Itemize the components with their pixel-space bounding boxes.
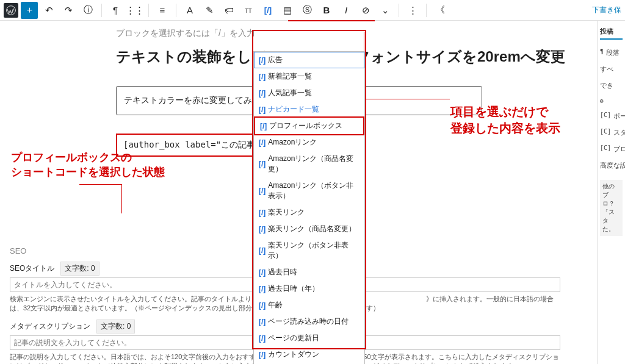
shortcode-option-label: 新着記事一覧 xyxy=(268,71,312,82)
shortcode-token-icon: [/] xyxy=(259,225,266,234)
sidebar-item[interactable]: ¶段落 xyxy=(600,45,623,61)
shortcode-option-label: Amazonリンク xyxy=(268,137,317,148)
shortcode-option-label: Amazonリンク（商品名変更） xyxy=(268,154,359,174)
shortcode-option[interactable]: [/]Amazonリンク xyxy=(254,134,364,151)
shortcode-option[interactable]: [/]新着記事一覧 xyxy=(254,68,364,85)
shortcode-token-icon: [/] xyxy=(259,89,266,98)
annotation-right-text: 項目を選ぶだけで登録した内容を表示 xyxy=(450,104,560,137)
link-button[interactable]: ⊘ xyxy=(357,2,374,19)
shortcode-option-label: 楽天リンク（商品名変更） xyxy=(268,224,356,234)
shortcode-option[interactable]: [/]楽天リンク xyxy=(254,204,364,221)
shortcode-token-icon: [/] xyxy=(259,138,266,147)
seo-title-charcount: 文字数: 0 xyxy=(60,262,99,276)
save-draft-link[interactable]: 下書き保 xyxy=(592,5,621,15)
shortcode-option-label: 人気記事一覧 xyxy=(268,88,312,98)
template-icon[interactable]: ▤ xyxy=(279,2,296,19)
seo-title-label: SEOタイトル xyxy=(10,263,54,274)
shortcode-option[interactable]: [/]過去日時（年） xyxy=(254,280,364,297)
shortcode-option-label: 年齢 xyxy=(268,300,283,310)
shortcode-option-label: プロフィールボックス xyxy=(269,121,342,131)
shortcode-option[interactable]: [/]楽天リンク（商品名変更） xyxy=(254,221,364,237)
shortcode-option[interactable]: [/]カウントダウン xyxy=(254,346,364,363)
shortcode-option-label: 過去日時 xyxy=(268,267,297,277)
shortcode-token-icon: [/] xyxy=(259,187,266,195)
paragraph-icon[interactable]: ¶ xyxy=(107,2,124,19)
annotation-left-connector-2 xyxy=(121,184,122,213)
sidebar-item[interactable]: [C]ボータ xyxy=(600,108,623,124)
shortcode-token-icon: [/] xyxy=(259,209,266,217)
collapse-icon[interactable]: 《 xyxy=(432,2,449,19)
sidebar-item[interactable]: [C]スタイ xyxy=(600,124,623,141)
highlight-icon[interactable]: ✎ xyxy=(201,2,218,19)
toolbar-separator xyxy=(426,4,427,17)
shortcode-option[interactable]: [/]ナビカード一覧 xyxy=(254,101,364,118)
wordpress-logo-icon[interactable] xyxy=(4,3,18,18)
toolbar-separator xyxy=(148,4,149,17)
shortcode-token-icon: [/] xyxy=(260,122,267,130)
align-center-icon[interactable]: ≡ xyxy=(154,2,171,19)
sidebar-item-icon: ¶ xyxy=(600,48,604,57)
text-color-icon[interactable]: A xyxy=(181,2,198,19)
shortcode-option[interactable]: [/]プロフィールボックス xyxy=(254,116,364,135)
block-placeholder-hint: ブロックを選択するには「/」を入力 xyxy=(116,28,586,39)
options-button[interactable]: ⋮ xyxy=(404,2,421,19)
shortcode-token-icon: [/] xyxy=(259,73,266,81)
sidebar-item-label: でき xyxy=(600,81,613,90)
shortcode-option[interactable]: [/]過去日時 xyxy=(254,264,364,280)
shortcode-option[interactable]: [/]ページの更新日 xyxy=(254,330,364,346)
shortcode-option-label: 楽天リンク（ボタン非表示） xyxy=(268,240,359,261)
sidebar-item-label: すべ xyxy=(600,65,613,74)
shortcode-option[interactable]: [/]楽天リンク（ボタン非表示） xyxy=(254,237,364,264)
details-button[interactable]: ⓘ xyxy=(79,2,96,19)
sidebar-item-label: ボータ xyxy=(613,112,625,121)
shortcode-option[interactable]: [/]年齢 xyxy=(254,297,364,313)
shortcode-token-icon: [/] xyxy=(259,351,266,359)
sidebar-item-icon: [C] xyxy=(600,128,611,137)
sidebar-item[interactable]: すべ xyxy=(600,61,623,77)
shortcode-option-label: 楽天リンク xyxy=(268,207,305,218)
annotation-right-connector-h xyxy=(364,99,450,99)
add-block-button[interactable]: ＋ xyxy=(21,2,38,19)
font-size-icon[interactable]: тт xyxy=(240,2,257,19)
shortcode-option-label: ページ読み込み時の日付 xyxy=(268,316,349,327)
shortcode-token-icon: [/] xyxy=(259,246,266,255)
shortcode-token-icon: [/] xyxy=(259,334,266,343)
sidebar-tab-post[interactable]: 投稿 xyxy=(600,24,623,40)
sidebar-item-label: ブロッ xyxy=(613,145,625,154)
shortcode-token-icon: [/] xyxy=(259,285,266,293)
shortcode-option[interactable]: [/]Amazonリンク（ボタン非表示） xyxy=(254,177,364,204)
shortcode-option[interactable]: [/]広告 xyxy=(254,52,364,68)
shortcode-token-icon: [/] xyxy=(259,268,266,277)
sidebar-item-icon: ⚙ xyxy=(600,98,604,104)
undo-button[interactable]: ↶ xyxy=(40,2,57,19)
shortcode-token-icon: [/] xyxy=(259,160,266,168)
shortcode-option-label: カウントダウン xyxy=(268,349,319,360)
toolbar-separator xyxy=(399,4,399,17)
shortcode-option[interactable]: [/]人気記事一覧 xyxy=(254,85,364,101)
align-dropdown-icon[interactable]: ⋮⋮ xyxy=(126,2,143,19)
sidebar-item[interactable]: 高度な設 xyxy=(600,157,623,174)
sidebar-item-icon: [C] xyxy=(600,145,611,154)
toolbar-separator xyxy=(101,4,102,17)
sidebar-item[interactable]: [C]ブロッ xyxy=(600,141,623,157)
bold-button[interactable]: B xyxy=(318,2,335,19)
shortcode-option-label: ページの更新日 xyxy=(268,333,319,343)
shortcode-option-label: ナビカード一覧 xyxy=(268,104,319,115)
shortcode-option[interactable]: [/]Amazonリンク（商品名変更） xyxy=(254,151,364,177)
sidebar-item[interactable]: でき xyxy=(600,77,623,94)
italic-button[interactable]: I xyxy=(338,2,355,19)
redo-button[interactable]: ↷ xyxy=(60,2,77,19)
tag-icon[interactable]: 🏷 xyxy=(220,2,237,19)
shortcode-toolbar-button[interactable]: [/] xyxy=(259,2,276,19)
shortcode-option[interactable]: [/]ページ読み込み時の日付 xyxy=(254,313,364,330)
annotation-left-connector xyxy=(79,184,122,185)
shortcode-option-label: 広告 xyxy=(268,55,283,65)
annotation-left-text: プロフィールボックスのショートコードを選択した状態 xyxy=(11,150,165,180)
strikethrough-icon[interactable]: Ⓢ xyxy=(298,2,316,19)
sidebar-item[interactable]: ⚙ xyxy=(600,94,623,108)
toolbar-separator xyxy=(176,4,176,17)
editor-main: ブロックを選択するには「/」を入力 テキストの装飾をして フォントサイズを20r… xyxy=(0,21,597,364)
shortcode-token-icon: [/] xyxy=(259,105,266,114)
seo-meta-charcount: 文字数: 0 xyxy=(96,319,135,334)
more-dropdown-icon[interactable]: ⌄ xyxy=(377,2,394,19)
